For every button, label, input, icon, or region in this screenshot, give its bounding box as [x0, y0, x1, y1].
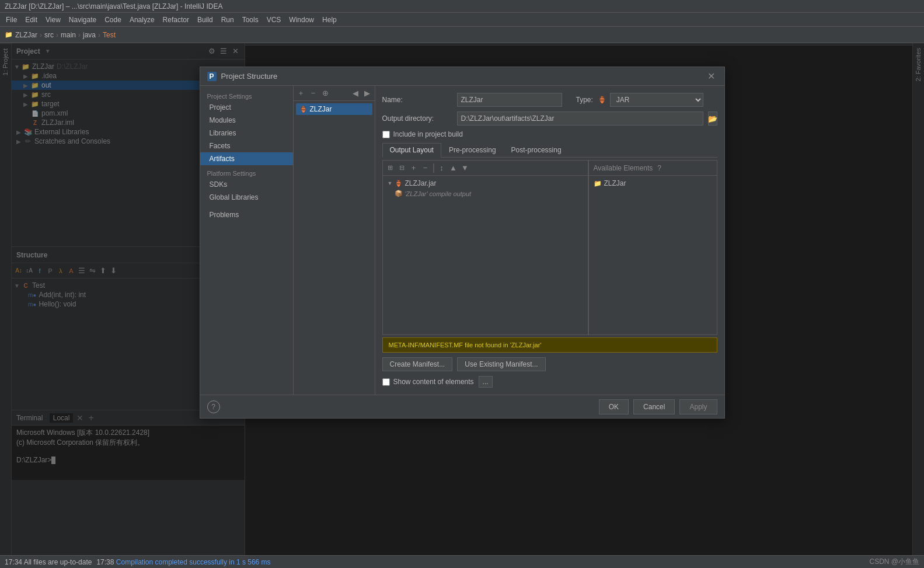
platform-settings-label: Platform Settings	[200, 165, 293, 178]
dialog-nav: Project Settings Project Modules Librari…	[200, 86, 294, 395]
menu-code[interactable]: Code	[101, 15, 125, 25]
show-content-checkbox[interactable]	[382, 378, 390, 386]
dialog-footer: ? OK Cancel Apply	[200, 395, 724, 418]
output-tree-content: ▼ 🏺 ZLZJar.jar 📦 'ZLZJar' compile output	[383, 176, 588, 201]
apply-button[interactable]: Apply	[679, 399, 717, 414]
move-up-icon[interactable]: ▲	[448, 163, 459, 173]
nav-item-facets[interactable]: Facets	[200, 140, 293, 152]
status-right: CSDN @小鱼鱼	[869, 557, 919, 567]
include-build-label[interactable]: Include in project build	[393, 130, 463, 138]
nav-item-modules[interactable]: Modules	[200, 114, 293, 127]
menu-help[interactable]: Help	[319, 15, 340, 25]
output-dir-input[interactable]	[457, 111, 703, 126]
dialog-title-text: Project Structure	[221, 72, 278, 81]
tab-preprocessing[interactable]: Pre-processing	[441, 143, 504, 157]
output-dir-label: Output directory:	[382, 114, 452, 123]
artifact-layout-area: ⊞ ⊟ + − ↕ ▲ ▼	[382, 160, 717, 335]
available-elements-panel: Available Elements ? 📁 ZLZJar	[588, 161, 717, 334]
tab-output-layout[interactable]: Output Layout	[382, 143, 441, 158]
menu-file[interactable]: File	[2, 15, 20, 25]
show-content-row: Show content of elements ...	[382, 376, 717, 388]
nav-item-artifacts[interactable]: Artifacts	[200, 152, 293, 165]
nav-file[interactable]: Test	[103, 31, 116, 39]
project-settings-label: Project Settings	[200, 90, 293, 101]
nav-project[interactable]: ZLZJar	[15, 31, 37, 39]
project-structure-dialog: P Project Structure ✕ Project Settings P…	[200, 67, 725, 419]
name-type-row: Name: Type: 🏺 JAR	[382, 93, 717, 107]
artifact-add-icon[interactable]: +	[296, 88, 306, 99]
menu-run[interactable]: Run	[218, 15, 238, 25]
nav-main[interactable]: main	[61, 31, 76, 39]
show-grid-icon[interactable]: ⊟	[397, 163, 407, 173]
nav-item-sdks[interactable]: SDKs	[200, 178, 293, 191]
ae-help-icon[interactable]: ?	[657, 164, 661, 172]
window-title: ZLZJar [D:\ZLZJar] – ...\src\main\java\T…	[5, 2, 222, 11]
menu-view[interactable]: View	[42, 15, 64, 25]
include-build-row: Include in project build	[382, 130, 717, 138]
move-down-icon[interactable]: ▼	[460, 163, 470, 173]
ae-label: Available Elements	[594, 164, 653, 172]
name-label: Name:	[382, 96, 452, 104]
artifact-list-item[interactable]: 🏺 ZLZJar	[296, 103, 372, 115]
output-layout-tree: ⊞ ⊟ + − ↕ ▲ ▼	[383, 161, 588, 334]
menu-refactor[interactable]: Refactor	[159, 15, 193, 25]
jar-type-icon: 🏺	[598, 96, 606, 104]
dialog-help-button[interactable]: ?	[207, 400, 220, 413]
nav-item-libraries[interactable]: Libraries	[200, 127, 293, 140]
dialog-close-button[interactable]: ✕	[706, 71, 717, 82]
name-input[interactable]	[457, 93, 562, 107]
status-msg-1: 17:34 All files are up-to-date	[5, 558, 92, 566]
title-bar: ZLZJar [D:\ZLZJar] – ...\src\main\java\T…	[0, 0, 924, 13]
add-element-icon[interactable]: +	[409, 163, 419, 173]
jar-output-icon: 🏺	[395, 180, 403, 187]
nav-item-global-libraries[interactable]: Global Libraries	[200, 191, 293, 204]
cancel-button[interactable]: Cancel	[633, 399, 675, 414]
menu-navigate[interactable]: Navigate	[65, 15, 100, 25]
main-content: 1: Project Project ▼ ⚙ ☰ ✕ ▼ 📁 ZLZJar	[0, 43, 924, 555]
use-existing-manifest-button[interactable]: Use Existing Manifest...	[457, 357, 545, 371]
ae-content: 📁 ZLZJar	[589, 176, 717, 334]
include-build-checkbox[interactable]	[382, 131, 390, 138]
type-select[interactable]: JAR	[610, 93, 703, 107]
manifest-buttons: Create Manifest... Use Existing Manifest…	[382, 357, 717, 371]
artifact-nav-back-icon[interactable]: ◀	[350, 88, 361, 99]
modal-overlay: P Project Structure ✕ Project Settings P…	[0, 43, 924, 555]
sort-element-icon[interactable]: ↕	[437, 163, 447, 173]
artifact-list-toolbar: + − ⊕ ◀ ▶	[294, 86, 375, 101]
menu-analyze[interactable]: Analyze	[126, 15, 158, 25]
nav-src[interactable]: src	[44, 31, 54, 39]
browse-dir-icon[interactable]: 📂	[708, 111, 717, 126]
compilation-link[interactable]: Compilation completed successfully in 1 …	[116, 558, 271, 566]
show-content-label[interactable]: Show content of elements	[393, 378, 474, 386]
remove-element-icon[interactable]: −	[420, 163, 431, 173]
nav-item-project[interactable]: Project	[200, 101, 293, 114]
show-content-icon[interactable]: ⊞	[385, 163, 396, 173]
menu-window[interactable]: Window	[285, 15, 318, 25]
jar-icon: 🏺	[299, 106, 308, 113]
ide-window: ZLZJar [D:\ZLZJar] – ...\src\main\java\T…	[0, 0, 924, 568]
nav-project-icon: 📁	[5, 31, 13, 39]
menu-build[interactable]: Build	[194, 15, 217, 25]
artifact-list-content: 🏺 ZLZJar	[294, 101, 375, 395]
tab-postprocessing[interactable]: Post-processing	[504, 143, 569, 157]
menu-bar: File Edit View Navigate Code Analyze Ref…	[0, 13, 924, 27]
artifact-copy-icon[interactable]: ⊕	[320, 88, 331, 99]
output-jar-item[interactable]: ▼ 🏺 ZLZJar.jar	[385, 178, 585, 189]
menu-tools[interactable]: Tools	[239, 15, 262, 25]
nav-item-problems[interactable]: Problems	[200, 208, 293, 221]
artifact-remove-icon[interactable]: −	[308, 88, 319, 99]
output-layout-toolbar: ⊞ ⊟ + − ↕ ▲ ▼	[383, 161, 588, 176]
create-manifest-button[interactable]: Create Manifest...	[382, 357, 453, 371]
warning-message: META-INF/MANIFEST.MF file not found in '…	[382, 337, 717, 353]
ae-header: Available Elements ?	[589, 161, 717, 176]
dialog-titlebar: P Project Structure ✕	[200, 67, 724, 86]
nav-java[interactable]: java	[83, 31, 96, 39]
artifact-nav-fwd-icon[interactable]: ▶	[362, 88, 372, 99]
menu-vcs[interactable]: VCS	[263, 15, 285, 25]
show-content-ellipsis-button[interactable]: ...	[479, 376, 493, 388]
dialog-title-icon: P	[207, 72, 217, 81]
ok-button[interactable]: OK	[599, 399, 629, 414]
ae-item-zlzjar[interactable]: 📁 ZLZJar	[591, 178, 714, 189]
menu-edit[interactable]: Edit	[22, 15, 41, 25]
output-compile-item[interactable]: 📦 'ZLZJar' compile output	[385, 189, 585, 198]
